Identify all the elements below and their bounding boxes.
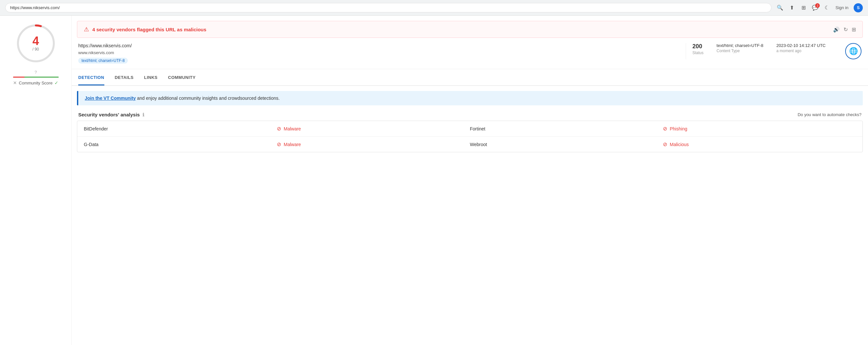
malware-icon-2: ⊘ xyxy=(277,141,281,147)
content-type-label: Content Type xyxy=(717,49,763,53)
url-details: https://www.nikservis.com/ www.nikservis… xyxy=(78,43,679,64)
section-title-text: Security vendors' analysis xyxy=(78,112,140,117)
alert-bar: ⚠ 4 security vendors flagged this URL as… xyxy=(77,21,863,38)
avatar[interactable]: S xyxy=(854,3,863,12)
timestamp-value: 2023-02-10 14:12:47 UTC xyxy=(776,43,826,48)
tab-details[interactable]: DETAILS xyxy=(115,70,134,86)
vendor-result-text-1: Malware xyxy=(284,126,301,131)
vendor-result-2: ⊘ Malware xyxy=(277,141,470,147)
notification-badge: 2 xyxy=(815,3,820,8)
malware-icon-1: ⊘ xyxy=(277,126,281,132)
phishing-icon: ⊘ xyxy=(663,126,667,132)
divider xyxy=(72,69,868,69)
tab-links[interactable]: LINKS xyxy=(144,70,158,86)
content-panel: ⚠ 4 security vendors flagged this URL as… xyxy=(72,15,868,345)
status-meta: 200 Status xyxy=(692,43,704,59)
community-score-label: Community Score xyxy=(19,81,53,86)
dark-mode-icon[interactable]: ☾ xyxy=(824,5,830,11)
timestamp-relative: a moment ago xyxy=(776,49,826,53)
join-link[interactable]: Join the VT Community xyxy=(85,96,136,101)
sentiment-red xyxy=(13,76,25,77)
timestamp-meta: 2023-02-10 14:12:47 UTC a moment ago xyxy=(776,43,826,59)
refresh-icon[interactable]: ↻ xyxy=(843,26,848,33)
score-center: 4 / 90 xyxy=(32,35,39,52)
alert-warning-icon: ⚠ xyxy=(84,26,89,33)
score-number: 4 xyxy=(32,35,39,47)
alert-left: ⚠ 4 security vendors flagged this URL as… xyxy=(84,26,207,33)
table-row: BitDefender ⊘ Malware Fortinet ⊘ Phishin… xyxy=(77,121,863,137)
score-gauge: 4 / 90 xyxy=(15,22,57,65)
expand-icon[interactable]: ⊞ xyxy=(852,26,856,33)
chat-icon[interactable]: 💬 2 xyxy=(812,5,818,11)
join-bar-text: and enjoy additional community insights … xyxy=(136,96,279,101)
url-meta: 200 Status text/html; charset=UTF-8 Cont… xyxy=(686,43,862,59)
info-icon[interactable]: ℹ xyxy=(143,112,144,117)
status-code: 200 xyxy=(692,43,704,50)
search-icon[interactable]: 🔍 xyxy=(777,5,783,11)
vendor-result-text-2: Malware xyxy=(284,142,301,147)
sentiment-bar xyxy=(13,76,59,77)
alert-actions: 🔊 ↻ ⊞ xyxy=(833,26,856,33)
sentiment-green xyxy=(25,76,59,77)
volume-icon[interactable]: 🔊 xyxy=(833,26,840,33)
score-total: / 90 xyxy=(32,47,39,52)
vendor-result-1: ⊘ Malware xyxy=(277,126,470,132)
section-header: Security vendors' analysis ℹ Do you want… xyxy=(72,105,868,121)
community-score-row: ✕ Community Score ✓ xyxy=(6,80,65,86)
content-type-meta: text/html; charset=UTF-8 Content Type xyxy=(717,43,763,59)
main-container: 4 / 90 ? ✕ Community Score ✓ ⚠ 4 securit… xyxy=(0,15,868,345)
content-type-value: text/html; charset=UTF-8 xyxy=(717,43,763,48)
x-icon: ✕ xyxy=(13,80,17,86)
tab-community[interactable]: COMMUNITY xyxy=(168,70,196,86)
address-bar[interactable] xyxy=(5,3,772,12)
alert-text: 4 security vendors flagged this URL as m… xyxy=(92,27,207,32)
vendor-name-2: G-Data xyxy=(84,142,277,147)
malicious-icon: ⊘ xyxy=(663,141,667,147)
check-icon: ✓ xyxy=(55,80,58,86)
upload-icon[interactable]: ⬆ xyxy=(788,5,795,11)
tab-detection[interactable]: DETECTION xyxy=(78,70,104,86)
status-label: Status xyxy=(692,51,704,55)
url-main: https://www.nikservis.com/ xyxy=(78,43,679,48)
vendor-name-1: BitDefender xyxy=(84,126,277,131)
automate-text: Do you want to automate checks? xyxy=(798,112,862,117)
sign-in-text[interactable]: Sign in xyxy=(835,5,848,11)
section-title: Security vendors' analysis ℹ xyxy=(78,112,144,117)
join-bar: Join the VT Community and enjoy addition… xyxy=(77,91,863,105)
question-mark: ? xyxy=(35,70,37,75)
grid-icon[interactable]: ⊞ xyxy=(800,5,807,11)
browser-icons: 🔍 ⬆ ⊞ 💬 2 ☾ Sign in S xyxy=(777,3,863,12)
score-panel: 4 / 90 ? ✕ Community Score ✓ xyxy=(0,15,72,345)
browser-chrome: 🔍 ⬆ ⊞ 💬 2 ☾ Sign in S xyxy=(0,0,868,15)
vendor-result-text-3: Phishing xyxy=(670,126,687,131)
table-row: G-Data ⊘ Malware Webroot ⊘ Malicious xyxy=(77,137,863,152)
content-type-badge: text/html; charset=UTF-8 xyxy=(78,58,128,64)
vendor-result-text-4: Malicious xyxy=(670,142,689,147)
vendor-name-4: Webroot xyxy=(470,142,663,147)
url-info: https://www.nikservis.com/ www.nikservis… xyxy=(72,38,868,69)
vendor-name-3: Fortinet xyxy=(470,126,663,131)
tabs-bar: DETECTION DETAILS LINKS COMMUNITY xyxy=(72,70,868,86)
vendor-result-4: ⊘ Malicious xyxy=(663,141,856,147)
vendor-table: BitDefender ⊘ Malware Fortinet ⊘ Phishin… xyxy=(77,121,863,152)
url-domain: www.nikservis.com xyxy=(78,50,679,55)
vendor-result-3: ⊘ Phishing xyxy=(663,126,856,132)
globe-icon: 🌐 xyxy=(845,43,862,59)
